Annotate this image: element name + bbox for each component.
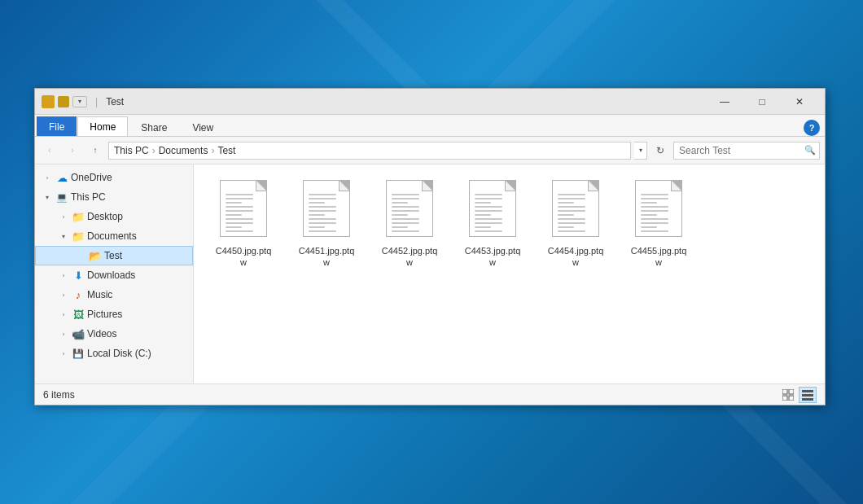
sidebar-item-thispc[interactable]: ▾ 💻 This PC (35, 187, 193, 207)
tab-file[interactable]: File (37, 116, 77, 136)
tiles-icon (782, 389, 794, 401)
sidebar-label-music: Music (87, 289, 112, 300)
quick-access-arrow[interactable]: ▾ (72, 96, 87, 107)
sidebar-item-videos[interactable]: › 📹 Videos (35, 324, 193, 344)
sidebar-item-downloads[interactable]: › ⬇ Downloads (35, 265, 193, 285)
arrow-thispc: ▾ (42, 191, 53, 203)
list-item[interactable]: C4450.jpg.ptqw (207, 174, 280, 274)
file-name: C4454.jpg.ptqw (545, 245, 607, 269)
close-button[interactable]: ✕ (781, 89, 818, 115)
sidebar-label-videos: Videos (87, 328, 116, 340)
sidebar-label-desktop: Desktop (87, 211, 123, 222)
arrow-videos: › (58, 328, 69, 340)
sidebar-item-desktop[interactable]: › 📁 Desktop (35, 207, 193, 226)
window-controls: — □ ✕ (706, 89, 818, 115)
test-folder-icon: 📂 (89, 249, 102, 262)
file-icon (383, 180, 436, 242)
list-item[interactable]: C4452.jpg.ptqw (373, 174, 446, 274)
file-name: C4450.jpg.ptqw (212, 245, 274, 269)
document-page (635, 180, 682, 237)
music-icon: ♪ (72, 288, 85, 301)
search-input[interactable] (679, 145, 801, 156)
ribbon: File Home Share View ? (35, 115, 825, 137)
sidebar-item-localdisk[interactable]: › 💾 Local Disk (C:) (35, 344, 193, 363)
back-button[interactable]: ‹ (40, 141, 59, 160)
file-icon (633, 180, 685, 242)
ribbon-tabs: File Home Share View ? (35, 115, 825, 136)
svg-rect-3 (789, 396, 794, 401)
tab-view[interactable]: View (180, 118, 226, 136)
sidebar-label-onedrive: OneDrive (71, 172, 112, 183)
list-item[interactable]: C4454.jpg.ptqw (539, 174, 612, 274)
file-icon (467, 180, 519, 242)
document-lines (309, 194, 336, 234)
view-buttons (779, 387, 817, 403)
list-item[interactable]: C4451.jpg.ptqw (290, 174, 363, 274)
sidebar-item-test[interactable]: › 📂 Test (35, 246, 193, 265)
item-count: 6 items (43, 389, 75, 401)
desktop-icon: 📁 (72, 210, 85, 223)
statusbar: 6 items (35, 383, 825, 405)
help-button[interactable]: ? (804, 120, 820, 136)
path-sep-2: › (211, 145, 214, 156)
titlebar-icons: ▾ (42, 95, 87, 108)
up-button[interactable]: ↑ (85, 141, 105, 160)
arrow-music: › (58, 289, 69, 300)
pc-icon: 💻 (55, 191, 68, 204)
title-separator: | (95, 96, 98, 107)
svg-rect-6 (802, 398, 813, 401)
document-page (220, 180, 267, 237)
path-sep-1: › (152, 145, 156, 156)
svg-rect-0 (782, 389, 787, 394)
tab-share[interactable]: Share (129, 118, 179, 136)
sidebar-item-onedrive[interactable]: › ☁ OneDrive (35, 168, 193, 187)
path-this-pc: This PC (114, 145, 149, 156)
list-item[interactable]: C4453.jpg.ptqw (456, 174, 529, 274)
onedrive-icon: ☁ (55, 171, 68, 184)
sidebar: › ☁ OneDrive ▾ 💻 This PC › 📁 Desktop ▾ 📁… (35, 164, 194, 383)
refresh-button[interactable]: ↻ (651, 141, 670, 160)
svg-rect-5 (802, 394, 813, 397)
folder-icon-small (58, 96, 69, 107)
file-icon (300, 180, 353, 242)
maximize-button[interactable]: □ (743, 89, 781, 115)
list-item[interactable]: C4455.jpg.ptqw (622, 174, 695, 274)
sidebar-item-documents[interactable]: ▾ 📁 Documents (35, 226, 193, 246)
main-area: › ☁ OneDrive ▾ 💻 This PC › 📁 Desktop ▾ 📁… (35, 164, 825, 383)
arrow-desktop: › (58, 211, 69, 222)
forward-button[interactable]: › (63, 141, 82, 160)
tab-home[interactable]: Home (77, 116, 128, 136)
file-icon (217, 180, 269, 242)
search-icon[interactable]: 🔍 (804, 145, 816, 156)
path-documents: Documents (159, 145, 208, 156)
documents-icon: 📁 (72, 230, 85, 243)
document-lines (475, 194, 502, 234)
file-explorer-window: ▾ | Test — □ ✕ File Home Share View ? ‹ … (34, 88, 826, 405)
sidebar-item-music[interactable]: › ♪ Music (35, 285, 193, 305)
sidebar-label-test: Test (104, 250, 122, 261)
document-page (386, 180, 433, 237)
minimize-button[interactable]: — (706, 89, 743, 115)
file-icon (550, 180, 602, 242)
path-test: Test (217, 145, 235, 156)
sidebar-label-localdisk: Local Disk (C:) (87, 348, 151, 359)
titlebar: ▾ | Test — □ ✕ (35, 89, 825, 115)
sidebar-label-downloads: Downloads (87, 270, 135, 281)
address-dropdown[interactable]: ▾ (634, 142, 647, 160)
search-box[interactable]: 🔍 (673, 142, 820, 160)
document-lines (392, 194, 419, 234)
file-content: C4450.jpg.ptqw C4451.jpg.ptqw C4452.jpg.… (194, 164, 825, 383)
address-path[interactable]: This PC › Documents › Test (108, 142, 631, 160)
arrow-onedrive: › (42, 172, 53, 183)
file-name: C4453.jpg.ptqw (462, 245, 523, 269)
arrow-localdisk: › (58, 348, 69, 359)
document-page (303, 180, 350, 237)
window-title: Test (106, 96, 124, 107)
document-lines (641, 194, 668, 234)
view-list-button[interactable] (799, 387, 817, 403)
sidebar-item-pictures[interactable]: › 🖼 Pictures (35, 305, 193, 324)
view-tiles-button[interactable] (779, 387, 797, 403)
downloads-icon: ⬇ (72, 269, 85, 282)
document-page (552, 180, 599, 237)
sidebar-label-documents: Documents (87, 230, 137, 242)
